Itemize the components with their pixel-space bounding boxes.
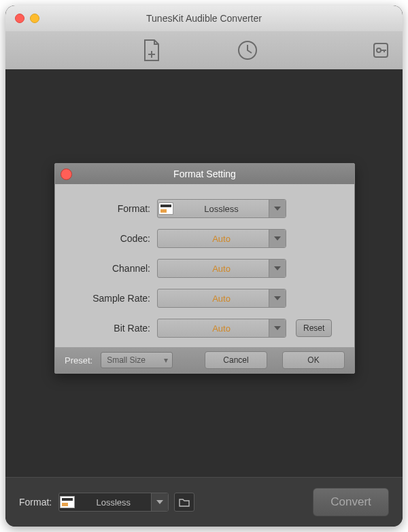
- channel-select[interactable]: Auto: [157, 259, 286, 278]
- codec-value: Auto: [174, 234, 269, 244]
- key-icon[interactable]: [373, 42, 389, 58]
- format-value: Lossless: [174, 204, 269, 214]
- chevron-down-icon: [269, 260, 286, 277]
- format-setting-dialog: Format Setting Format: Lossless Codec: A…: [54, 163, 355, 374]
- channel-value: Auto: [174, 264, 269, 274]
- chevron-down-icon: [269, 319, 286, 337]
- toolbar: [5, 31, 403, 70]
- bitrate-label: Bit Rate:: [69, 323, 150, 334]
- cancel-button[interactable]: Cancel: [205, 351, 267, 369]
- preset-label: Preset:: [65, 355, 92, 366]
- chevron-down-icon: [151, 493, 168, 511]
- dialog-footer: Preset: Small Size ▾ Cancel OK: [55, 347, 354, 373]
- samplerate-label: Sample Rate:: [69, 293, 150, 304]
- row-bitrate: Bit Rate: Auto Reset: [69, 313, 341, 343]
- bitrate-select[interactable]: Auto: [157, 319, 286, 338]
- convert-button[interactable]: Convert: [313, 488, 389, 516]
- preset-select[interactable]: Small Size ▾: [101, 352, 173, 368]
- add-file-icon[interactable]: [141, 39, 162, 62]
- lossless-icon: [59, 493, 75, 511]
- chevron-down-icon: [269, 200, 286, 217]
- codec-label: Codec:: [69, 233, 150, 244]
- codec-select[interactable]: Auto: [157, 229, 286, 248]
- row-format: Format: Lossless: [69, 194, 341, 224]
- bitrate-value: Auto: [174, 323, 269, 334]
- chevron-down-icon: [269, 230, 286, 247]
- format-select[interactable]: Lossless: [157, 199, 286, 218]
- ok-button[interactable]: OK: [282, 351, 345, 369]
- output-folder-button[interactable]: [174, 493, 194, 512]
- dialog-body: Format: Lossless Codec: Auto: [55, 184, 354, 347]
- svg-point-2: [377, 48, 381, 52]
- bottom-bar: Format: Lossless Convert: [5, 477, 403, 527]
- dialog-title: Format Setting: [173, 169, 236, 179]
- format-label: Format:: [69, 203, 150, 214]
- preset-value: Small Size: [101, 355, 160, 365]
- row-channel: Channel: Auto: [69, 253, 341, 283]
- app-window: TunesKit Audible Converter F: [5, 5, 403, 527]
- bottom-format-value: Lossless: [75, 497, 151, 508]
- bottom-format-label: Format:: [19, 497, 52, 508]
- close-icon[interactable]: [61, 169, 72, 180]
- channel-label: Channel:: [69, 263, 150, 274]
- chevron-down-icon: ▾: [160, 355, 172, 365]
- history-icon[interactable]: [237, 39, 258, 61]
- lossless-icon: [158, 200, 174, 217]
- bottom-format-select[interactable]: Lossless: [58, 493, 169, 512]
- app-title: TunesKit Audible Converter: [5, 13, 403, 24]
- samplerate-value: Auto: [174, 294, 269, 304]
- chevron-down-icon: [269, 289, 286, 307]
- reset-button[interactable]: Reset: [296, 319, 332, 337]
- row-codec: Codec: Auto: [69, 224, 341, 253]
- titlebar: TunesKit Audible Converter: [5, 5, 403, 31]
- row-samplerate: Sample Rate: Auto: [69, 283, 341, 313]
- dialog-titlebar: Format Setting: [55, 164, 354, 184]
- samplerate-select[interactable]: Auto: [157, 289, 286, 308]
